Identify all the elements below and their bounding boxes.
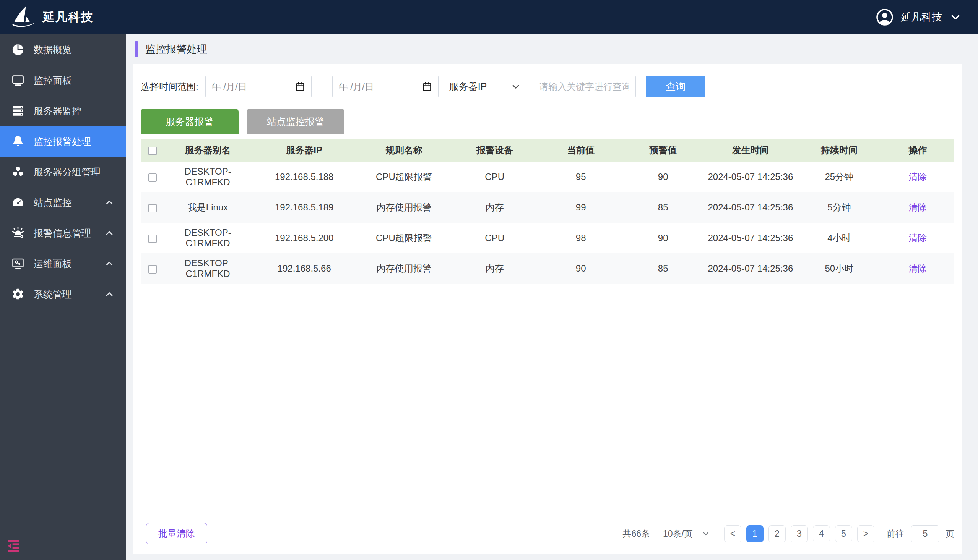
select-all-checkbox[interactable] bbox=[148, 147, 157, 155]
cubes-icon bbox=[12, 165, 25, 178]
page-size-value: 10条/页 bbox=[663, 528, 693, 540]
page-title: 监控报警处理 bbox=[145, 42, 207, 56]
col-header-action: 操作 bbox=[881, 139, 954, 162]
col-header-current: 当前值 bbox=[540, 139, 622, 162]
cell-ip: 192.168.5.66 bbox=[251, 253, 358, 284]
sailboat-logo-icon bbox=[10, 6, 37, 28]
cell-current: 98 bbox=[540, 223, 622, 253]
sidebar-item-site-monitor[interactable]: 站点监控 bbox=[0, 187, 126, 218]
sidebar-item-system-settings[interactable]: 系统管理 bbox=[0, 279, 126, 309]
page-button-2[interactable]: 2 bbox=[769, 525, 786, 542]
sidebar-item-server-monitor[interactable]: 服务器监控 bbox=[0, 95, 126, 126]
monitor-icon bbox=[12, 74, 25, 87]
keyword-search-input[interactable] bbox=[533, 76, 636, 97]
row-checkbox[interactable] bbox=[148, 235, 157, 243]
chevron-down-icon bbox=[701, 529, 711, 538]
sidebar-item-server-groups[interactable]: 服务器分组管理 bbox=[0, 157, 126, 187]
query-button[interactable]: 查询 bbox=[646, 76, 705, 97]
col-header-threshold: 预警值 bbox=[622, 139, 704, 162]
page-size-select[interactable]: 10条/页 bbox=[663, 528, 711, 540]
col-header-time: 发生时间 bbox=[704, 139, 797, 162]
cell-threshold: 90 bbox=[622, 223, 704, 253]
cell-rule: CPU超限报警 bbox=[358, 162, 450, 192]
user-menu[interactable]: 延凡科技 bbox=[876, 8, 962, 27]
tab-server-alarm[interactable]: 服务器报警 bbox=[141, 109, 239, 134]
sidebar-item-ops-panel[interactable]: 运维面板 bbox=[0, 248, 126, 279]
pagination: 共66条 10条/页 < 1 2 3 4 5 > 前往 bbox=[622, 525, 954, 542]
table-row: DESKTOP-C1RMFKD 192.168.5.66 内存使用报警 内存 9… bbox=[141, 253, 954, 284]
cell-alias: 我是Linux bbox=[165, 192, 251, 223]
sidebar-item-monitor-panel[interactable]: 监控面板 bbox=[0, 65, 126, 95]
collapse-sidebar-icon bbox=[6, 538, 22, 553]
page-header: 监控报警处理 bbox=[126, 34, 978, 64]
clear-action-link[interactable]: 清除 bbox=[908, 233, 927, 243]
page-button-3[interactable]: 3 bbox=[791, 525, 808, 542]
date-range-separator: — bbox=[317, 81, 327, 92]
date-placeholder: 年 /月/日 bbox=[339, 81, 421, 93]
content-card: 选择时间范围: 年 /月/日 — 年 /月/日 bbox=[133, 64, 962, 554]
total-count-label: 共66条 bbox=[622, 528, 650, 540]
gear-icon bbox=[12, 288, 25, 301]
alarm-table: 服务器别名 服务器IP 规则名称 报警设备 当前值 预警值 发生时间 持续时间 … bbox=[141, 139, 954, 284]
batch-clear-button[interactable]: 批量清除 bbox=[146, 523, 207, 544]
tab-site-alarm[interactable]: 站点监控报警 bbox=[247, 109, 344, 134]
sidebar-item-label: 站点监控 bbox=[33, 196, 104, 209]
user-name: 延凡科技 bbox=[901, 10, 942, 24]
title-accent-bar bbox=[135, 41, 139, 57]
cell-alias: DESKTOP-C1RMFKD bbox=[165, 162, 251, 192]
avatar-icon bbox=[876, 8, 894, 27]
bell-icon bbox=[12, 135, 25, 148]
goto-page-input[interactable] bbox=[911, 525, 940, 542]
card-footer: 批量清除 共66条 10条/页 < 1 2 3 4 5 > bbox=[141, 523, 954, 544]
page-button-1[interactable]: 1 bbox=[746, 525, 764, 542]
end-date-input[interactable]: 年 /月/日 bbox=[332, 76, 438, 97]
cell-duration: 4小时 bbox=[797, 223, 881, 253]
clear-action-link[interactable]: 清除 bbox=[908, 202, 927, 212]
table-row: 我是Linux 192.168.5.189 内存使用报警 内存 99 85 20… bbox=[141, 192, 954, 223]
ops-panel-icon bbox=[12, 257, 25, 270]
cell-alias: DESKTOP-C1RMFKD bbox=[165, 223, 251, 253]
cell-current: 99 bbox=[540, 192, 622, 223]
col-header-rule: 规则名称 bbox=[358, 139, 450, 162]
cell-ip: 192.168.5.200 bbox=[251, 223, 358, 253]
sidebar-item-alarm-info[interactable]: 报警信息管理 bbox=[0, 218, 126, 248]
cell-duration: 50小时 bbox=[797, 253, 881, 284]
sidebar-item-label: 系统管理 bbox=[33, 288, 104, 301]
chevron-down-icon bbox=[949, 11, 962, 24]
server-ip-select[interactable]: 服务器IP bbox=[449, 80, 522, 93]
cell-time: 2024-05-07 14:25:36 bbox=[704, 162, 797, 192]
sidebar-item-label: 数据概览 bbox=[33, 43, 115, 56]
page-button-4[interactable]: 4 bbox=[813, 525, 830, 542]
cell-duration: 25分钟 bbox=[797, 162, 881, 192]
topbar: 延凡科技 延凡科技 bbox=[0, 0, 978, 34]
cell-device: 内存 bbox=[450, 253, 540, 284]
row-checkbox[interactable] bbox=[148, 173, 157, 182]
calendar-icon bbox=[294, 81, 306, 92]
page-button-5[interactable]: 5 bbox=[835, 525, 852, 542]
clear-action-link[interactable]: 清除 bbox=[908, 263, 927, 273]
cell-device: 内存 bbox=[450, 192, 540, 223]
alarm-tabs: 服务器报警 站点监控报警 bbox=[141, 109, 954, 134]
sidebar-collapse-button[interactable] bbox=[6, 538, 22, 553]
date-range-label: 选择时间范围: bbox=[141, 81, 199, 93]
prev-page-button[interactable]: < bbox=[724, 525, 741, 542]
sidebar-item-data-overview[interactable]: 数据概览 bbox=[0, 34, 126, 65]
date-placeholder: 年 /月/日 bbox=[212, 81, 294, 93]
cell-current: 90 bbox=[540, 253, 622, 284]
row-checkbox[interactable] bbox=[148, 204, 157, 212]
start-date-input[interactable]: 年 /月/日 bbox=[205, 76, 312, 97]
sidebar-item-alarm-handling[interactable]: 监控报警处理 bbox=[0, 126, 126, 157]
cell-rule: CPU超限报警 bbox=[358, 223, 450, 253]
row-checkbox[interactable] bbox=[148, 265, 157, 273]
col-header-duration: 持续时间 bbox=[797, 139, 881, 162]
cell-time: 2024-05-07 14:25:36 bbox=[704, 223, 797, 253]
siren-icon bbox=[12, 227, 25, 240]
next-page-button[interactable]: > bbox=[857, 525, 874, 542]
chevron-down-icon bbox=[510, 82, 521, 92]
clear-action-link[interactable]: 清除 bbox=[908, 172, 927, 182]
goto-unit-label: 页 bbox=[946, 528, 954, 540]
sidebar-item-label: 服务器分组管理 bbox=[33, 166, 115, 178]
cell-duration: 5分钟 bbox=[797, 192, 881, 223]
main-content: 监控报警处理 选择时间范围: 年 /月/日 — 年 /月/日 bbox=[126, 34, 978, 560]
brand-logo: 延凡科技 bbox=[10, 6, 93, 28]
